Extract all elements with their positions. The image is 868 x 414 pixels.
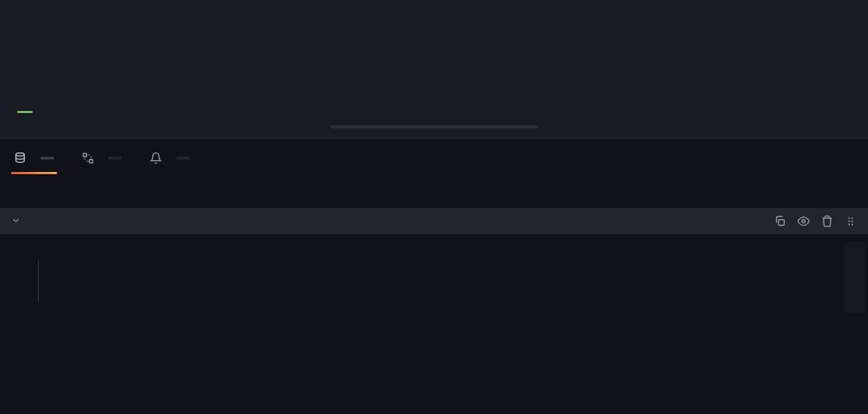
copy-icon[interactable] [774,215,786,227]
tab-query[interactable] [14,152,54,173]
database-icon [14,152,26,164]
query-actions [774,215,857,227]
query-row-header [0,208,868,234]
tab-transform-badge [108,157,122,159]
spacer [0,173,868,208]
svg-point-5 [849,217,850,218]
svg-point-4 [802,220,806,223]
svg-rect-1 [83,153,87,157]
tab-alert[interactable] [150,152,190,173]
code-minimap[interactable] [844,243,865,312]
tab-alert-badge [176,157,190,159]
bell-icon [150,152,162,164]
tab-transform[interactable] [82,152,122,173]
svg-point-8 [851,221,853,222]
svg-point-7 [849,221,850,222]
sql-code-editor[interactable] [0,234,868,349]
svg-point-9 [849,223,850,225]
svg-point-0 [16,153,24,157]
trash-icon[interactable] [821,215,833,227]
scroll-indicator[interactable] [330,126,538,128]
x-axis [0,89,854,92]
line-chart-svg [0,19,854,89]
legend[interactable] [0,103,868,113]
transform-icon [82,152,94,164]
svg-rect-2 [89,159,93,163]
svg-point-10 [851,223,853,225]
eye-icon[interactable] [797,215,810,227]
drag-handle-icon[interactable] [844,215,857,227]
chart-panel [0,0,868,139]
svg-point-6 [851,217,853,218]
legend-color-swatch [17,111,33,113]
chevron-down-icon[interactable] [11,216,21,227]
tab-query-badge [40,157,54,159]
chart-area[interactable] [0,19,868,103]
tabs-row [0,139,868,173]
svg-rect-3 [779,220,784,225]
